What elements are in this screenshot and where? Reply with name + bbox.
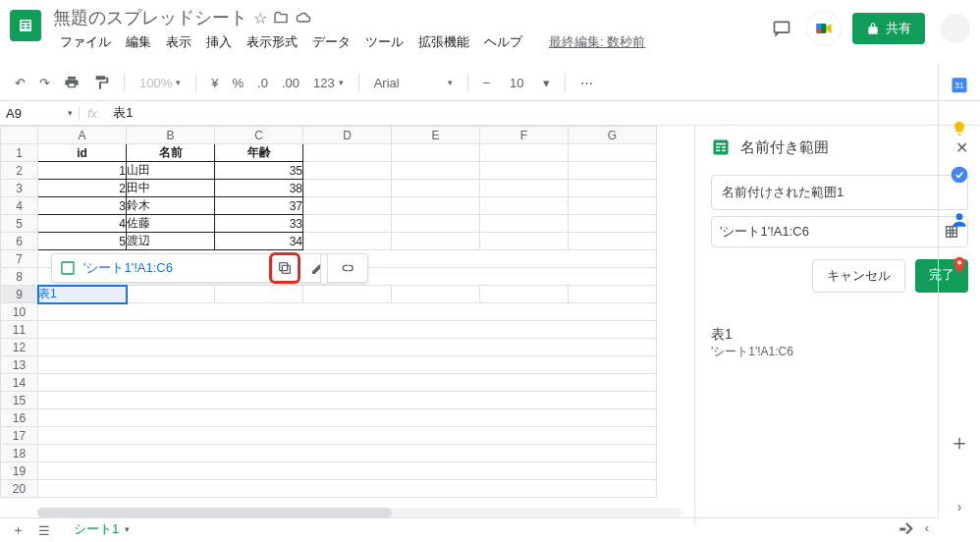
row-header[interactable]: 7 (1, 250, 38, 268)
font-select[interactable]: Arial▾ (369, 73, 458, 93)
cell[interactable]: 37 (215, 197, 303, 215)
sidepanel-collapse-icon[interactable]: › (957, 495, 962, 518)
active-cell[interactable]: 表1 (38, 286, 127, 303)
row-header[interactable]: 13 (1, 356, 38, 374)
comment-history-icon[interactable] (768, 15, 795, 42)
row-header[interactable]: 11 (1, 321, 38, 339)
row-header[interactable]: 10 (1, 303, 38, 321)
named-range-item[interactable]: 表1 'シート1'!A1:C6 (711, 326, 968, 360)
row-header[interactable]: 14 (1, 374, 38, 392)
row-header[interactable]: 3 (1, 180, 38, 197)
col-header[interactable]: F (480, 127, 569, 144)
cloud-icon[interactable] (295, 10, 312, 26)
name-box[interactable]: A9▾ (0, 106, 79, 121)
row-header[interactable]: 19 (1, 462, 38, 480)
formula-input[interactable]: 表1 (105, 104, 140, 122)
cell[interactable]: 名前 (127, 144, 215, 162)
sheets-logo[interactable] (10, 10, 41, 41)
cell[interactable]: 4 (38, 215, 127, 233)
range-name-input[interactable]: 名前付けされた範囲1 (711, 175, 968, 210)
range-ref-input[interactable]: 'シート1'!A1:C6 (711, 216, 968, 247)
zoom-select[interactable]: 100%▾ (135, 73, 186, 93)
cancel-button[interactable]: キャンセル (812, 259, 905, 293)
cell[interactable]: 35 (215, 162, 303, 180)
chip-overflow-handle[interactable] (320, 253, 328, 285)
cell[interactable]: 田中 (127, 180, 215, 197)
col-header[interactable]: A (38, 127, 127, 144)
percent-button[interactable]: % (227, 73, 248, 93)
col-header[interactable]: E (392, 127, 480, 144)
print-icon[interactable] (59, 72, 84, 93)
cell[interactable]: 渡辺 (127, 233, 215, 250)
menu-insert[interactable]: 挿入 (199, 31, 239, 53)
share-button[interactable]: 共有 (852, 13, 925, 44)
font-size[interactable]: 10 (499, 73, 534, 93)
col-header[interactable]: B (127, 127, 215, 144)
move-icon[interactable] (273, 10, 289, 26)
cell[interactable]: 1 (38, 162, 127, 180)
col-header[interactable]: C (215, 127, 303, 144)
row-header[interactable]: 9 (1, 286, 38, 303)
star-icon[interactable]: ☆ (253, 9, 267, 27)
tasks-icon[interactable] (950, 165, 969, 185)
menu-file[interactable]: ファイル (53, 31, 118, 53)
undo-icon[interactable]: ↶ (10, 73, 30, 93)
row-header[interactable]: 20 (1, 480, 38, 498)
cell[interactable]: id (38, 144, 127, 162)
menu-edit[interactable]: 編集 (119, 31, 158, 53)
menu-data[interactable]: データ (305, 31, 357, 53)
copy-range-icon[interactable] (273, 256, 297, 280)
row-header[interactable]: 1 (1, 144, 38, 162)
cell[interactable]: 5 (38, 233, 127, 250)
row-header[interactable]: 18 (1, 445, 38, 462)
menu-tools[interactable]: ツール (358, 31, 410, 53)
keep-icon[interactable] (950, 120, 969, 139)
menu-extensions[interactable]: 拡張機能 (411, 31, 476, 53)
menu-view[interactable]: 表示 (159, 31, 198, 53)
row-header[interactable]: 17 (1, 427, 38, 445)
select-all-corner[interactable] (1, 127, 38, 144)
explore-icon[interactable] (898, 520, 915, 541)
row-header[interactable]: 12 (1, 339, 38, 356)
meet-icon[interactable] (807, 12, 841, 45)
cell[interactable]: 34 (215, 233, 303, 250)
cell[interactable]: 年齢 (215, 144, 303, 162)
maps-icon[interactable] (950, 255, 969, 275)
col-header[interactable]: G (569, 127, 657, 144)
cell[interactable]: 2 (38, 180, 127, 197)
spreadsheet-grid[interactable]: A B C D E F G 1 id 名前 年齢 2 1 山田 35 3 2 田… (0, 126, 694, 524)
sheet-tab[interactable]: シート1▾ (64, 517, 139, 542)
menu-help[interactable]: ヘルプ (477, 31, 529, 53)
unlink-range-icon[interactable] (336, 256, 359, 280)
doc-title[interactable]: 無題のスプレッドシート (53, 6, 247, 29)
cell[interactable]: 佐藤 (127, 215, 215, 233)
increase-decimal-button[interactable]: .00 (277, 73, 304, 93)
cell[interactable]: 38 (215, 180, 303, 197)
cell[interactable]: 33 (215, 215, 303, 233)
chip-range-text[interactable]: 'シート1'!A1:C6 (83, 259, 173, 277)
font-size-inc[interactable]: ▾ (538, 73, 555, 93)
row-header[interactable]: 15 (1, 392, 38, 409)
cell[interactable]: 鈴木 (127, 197, 215, 215)
all-sheets-icon[interactable]: ☰ (38, 523, 50, 538)
row-header[interactable]: 16 (1, 409, 38, 427)
row-header[interactable]: 6 (1, 233, 38, 250)
decrease-decimal-button[interactable]: .0 (252, 73, 273, 93)
cell[interactable]: 3 (38, 197, 127, 215)
calendar-icon[interactable]: 31 (950, 75, 969, 94)
row-header[interactable]: 4 (1, 197, 38, 215)
col-header[interactable]: D (303, 127, 392, 144)
row-header[interactable]: 8 (1, 268, 38, 286)
redo-icon[interactable]: ↷ (34, 73, 55, 93)
bottom-chevron-icon[interactable]: ‹ (925, 520, 929, 541)
account-avatar[interactable] (941, 14, 970, 43)
font-size-dec[interactable]: − (478, 73, 496, 93)
last-edit-link[interactable]: 最終編集: 数秒前 (542, 31, 652, 53)
more-tools-icon[interactable]: ⋯ (575, 73, 598, 93)
row-header[interactable]: 2 (1, 162, 38, 180)
contacts-icon[interactable] (950, 210, 969, 230)
add-sheet-icon[interactable]: ＋ (12, 521, 25, 539)
cell[interactable]: 山田 (127, 162, 215, 180)
currency-button[interactable]: ¥ (206, 73, 223, 93)
menu-format[interactable]: 表示形式 (240, 31, 304, 53)
